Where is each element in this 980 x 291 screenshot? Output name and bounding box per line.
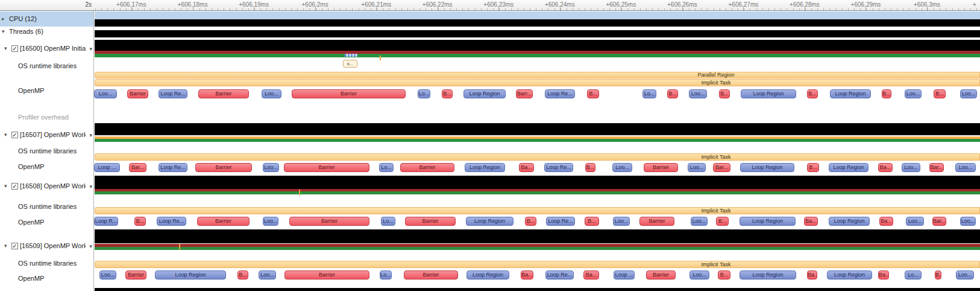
barrier-chip[interactable]: Barrier: [289, 217, 369, 226]
t16500-green-line[interactable]: [95, 54, 980, 57]
loop-region-chip[interactable]: Loo...: [905, 89, 922, 98]
barrier-chip[interactable]: B...: [237, 270, 248, 280]
next-thread-activity-bar[interactable]: [95, 288, 980, 291]
barrier-chip[interactable]: B...: [716, 217, 729, 226]
sidebar-row-t16507-os-runtime[interactable]: OS runtime libraries: [0, 146, 93, 157]
sidebar-row-thread-16509[interactable]: ▾✓[16509] OpenMP Work▾: [0, 241, 93, 252]
barrier-chip[interactable]: Bar...: [713, 163, 730, 172]
barrier-chip[interactable]: Barrier: [639, 217, 674, 226]
t16500-activity-bar[interactable]: [95, 40, 980, 51]
loop-region-chip[interactable]: Loop Region: [463, 89, 506, 98]
loop-region-chip[interactable]: Loop Region: [740, 217, 796, 226]
loop-region-chip[interactable]: Loo...: [612, 163, 632, 172]
barrier-chip[interactable]: Ba...: [583, 270, 599, 280]
barrier-chip[interactable]: Ba...: [519, 163, 534, 172]
cpu-selection-strip[interactable]: [95, 11, 980, 19]
t16507-activity-bar[interactable]: [95, 123, 980, 135]
loop-region-chip[interactable]: Lo...: [381, 217, 395, 226]
visibility-checkbox[interactable]: ✓: [11, 243, 18, 249]
t16509-activity-bar[interactable]: [95, 229, 980, 243]
sidebar-row-threads[interactable]: ▾Threads (6): [0, 27, 93, 37]
barrier-chip[interactable]: B...: [587, 89, 599, 98]
sidebar-row-t16507-openmp[interactable]: OpenMP: [0, 162, 93, 173]
sidebar-row-t16508-os-runtime[interactable]: OS runtime libraries: [0, 202, 93, 213]
collapse-arrow-icon[interactable]: ▾: [4, 183, 7, 189]
loop-region-chip[interactable]: Loo...: [263, 163, 279, 172]
barrier-chip[interactable]: Ba...: [804, 217, 818, 226]
threads-activity-bar[interactable]: [95, 30, 980, 37]
sidebar-row-cpu[interactable]: ▸CPU (12): [0, 11, 93, 27]
barrier-chip[interactable]: Barrier: [405, 217, 456, 226]
loop-region-chip[interactable]: Lo...: [642, 89, 656, 98]
loop-region-chip[interactable]: Loo...: [956, 270, 974, 280]
loop-region-chip[interactable]: Loop ...: [94, 163, 120, 172]
sidebar-row-t16509-os-runtime[interactable]: OS runtime libraries: [0, 258, 93, 269]
timeline-ruler[interactable]: 2s+606.17ms+606.18ms+606.19ms+606.2ms+60…: [0, 0, 980, 11]
loop-region-chip[interactable]: Lo...: [905, 270, 922, 280]
barrier-chip[interactable]: Barrier: [644, 163, 678, 172]
row-options-dropdown-icon[interactable]: ▾: [89, 132, 92, 138]
barrier-chip[interactable]: B...: [719, 89, 730, 98]
loop-region-chip[interactable]: Loo...: [906, 217, 924, 226]
loop-region-chip[interactable]: Loop Region: [740, 163, 794, 172]
loop-region-chip[interactable]: Loop Region: [829, 163, 868, 172]
barrier-chip[interactable]: Ba...: [879, 217, 893, 226]
barrier-chip[interactable]: Ba...: [878, 163, 893, 172]
barrier-chip[interactable]: B...: [585, 163, 595, 172]
t16507-green-line[interactable]: [95, 139, 980, 142]
loop-region-chip[interactable]: Lo...: [379, 163, 394, 172]
implicit-task-band-16507[interactable]: Implicit Task: [95, 153, 980, 161]
row-options-dropdown-icon[interactable]: ▾: [89, 46, 92, 52]
loop-region-chip[interactable]: Loo...: [259, 270, 276, 280]
barrier-chip[interactable]: B...: [718, 270, 730, 280]
barrier-chip[interactable]: Ba...: [878, 270, 889, 280]
loop-region-chip[interactable]: Loop Re...: [159, 163, 187, 172]
barrier-chip[interactable]: B...: [882, 89, 891, 98]
loop-region-chip[interactable]: Loo...: [902, 163, 920, 172]
barrier-chip[interactable]: Barrier: [198, 89, 249, 98]
sidebar-row-thread-16507[interactable]: ▾✓[16507] OpenMP Work▾: [0, 130, 93, 141]
t16509-green-line[interactable]: [95, 247, 980, 250]
barrier-chip[interactable]: B...: [525, 217, 536, 226]
sidebar-row-t16509-openmp[interactable]: OpenMP: [0, 273, 93, 284]
sidebar-row-t16500-profiler-overhead[interactable]: Profiler overhead: [0, 112, 93, 123]
loop-region-chip[interactable]: Loop Region: [829, 217, 870, 226]
implicit-task-band-16500[interactable]: Implicit Task: [95, 79, 980, 86]
loop-region-chip[interactable]: Loo...: [689, 270, 709, 280]
loop-region-chip[interactable]: Loo...: [960, 217, 976, 226]
barrier-chip[interactable]: Barrier: [284, 270, 369, 280]
barrier-chip[interactable]: Bar...: [129, 163, 146, 172]
loop-region-chip[interactable]: Loop Region: [155, 270, 226, 280]
row-options-dropdown-icon[interactable]: ▾: [89, 184, 92, 190]
timeline-canvas[interactable]: Parallel RegionImplicit TaskImplicit Tas…: [93, 0, 980, 291]
collapse-arrow-icon[interactable]: ▾: [4, 132, 7, 138]
barrier-chip[interactable]: Ba...: [807, 270, 817, 280]
loop-region-chip[interactable]: Loo...: [689, 89, 707, 98]
barrier-chip[interactable]: Barrier: [284, 163, 369, 172]
barrier-chip[interactable]: Barrier: [400, 163, 454, 172]
barrier-chip[interactable]: Barrier: [127, 89, 148, 98]
sidebar-row-thread-16508[interactable]: ▾✓[16508] OpenMP Work▾: [0, 181, 93, 192]
implicit-task-band-16509[interactable]: Implicit Task: [95, 261, 980, 268]
loop-region-chip[interactable]: Loo...: [691, 217, 708, 226]
loop-region-chip[interactable]: Loop Region: [466, 217, 514, 226]
sidebar-row-t16508-openmp[interactable]: OpenMP: [0, 217, 93, 228]
barrier-chip[interactable]: Barrier: [195, 163, 252, 172]
loop-region-chip[interactable]: Loop Re...: [544, 163, 573, 172]
loop-region-chip[interactable]: Loo...: [94, 89, 117, 98]
loop-region-chip[interactable]: Loop Re...: [159, 89, 187, 98]
loop-region-chip[interactable]: Lo...: [380, 270, 392, 280]
loop-region-chip[interactable]: Loo...: [99, 270, 116, 280]
barrier-chip[interactable]: Barrier: [404, 270, 458, 280]
expand-arrow-icon[interactable]: ▸: [2, 16, 5, 22]
sidebar-row-thread-16500[interactable]: ▾✓[16500] OpenMP Initia▾: [0, 43, 93, 54]
loop-region-chip[interactable]: Loop Region: [741, 89, 796, 98]
barrier-chip[interactable]: Barrier: [646, 270, 676, 280]
barrier-chip[interactable]: Ba...: [521, 270, 533, 280]
barrier-chip[interactable]: B...: [807, 163, 819, 172]
loop-region-chip[interactable]: Loop Re...: [545, 270, 574, 280]
barrier-chip[interactable]: Barr...: [516, 89, 533, 98]
selection-highlight[interactable]: [345, 54, 357, 57]
sidebar-row-t16500-os-runtime[interactable]: OS runtime libraries: [0, 61, 93, 72]
loop-region-chip[interactable]: Loop Region: [740, 270, 796, 280]
